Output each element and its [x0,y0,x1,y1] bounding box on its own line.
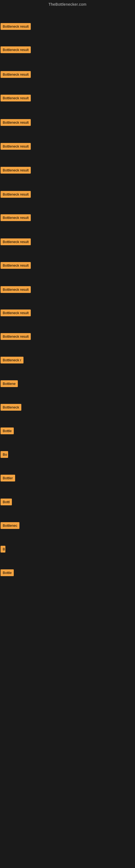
bottleneck-badge-9[interactable]: Bottleneck result [1,214,31,221]
bottleneck-badge-10[interactable]: Bottleneck result [1,239,31,245]
result-row-10[interactable]: Bottleneck result [1,239,31,246]
result-row-24[interactable]: Bottle [1,569,14,577]
bottleneck-badge-21[interactable]: Bottl [1,499,12,505]
bottleneck-badge-13[interactable]: Bottleneck result [1,310,31,316]
bottleneck-badge-5[interactable]: Bottleneck result [1,119,31,126]
bottleneck-badge-3[interactable]: Bottleneck result [1,71,31,78]
bottleneck-badge-4[interactable]: Bottleneck result [1,95,31,101]
bottleneck-badge-16[interactable]: Bottlene [1,380,18,387]
result-row-2[interactable]: Bottleneck result [1,46,31,54]
result-row-3[interactable]: Bottleneck result [1,71,31,79]
bottleneck-badge-22[interactable]: Bottlenec [1,522,19,529]
bottleneck-badge-6[interactable]: Bottleneck result [1,143,31,150]
result-row-11[interactable]: Bottleneck result [1,262,31,270]
bottleneck-badge-23[interactable]: B [1,546,5,553]
result-row-18[interactable]: Bottle [1,428,14,435]
results-container: Bottleneck resultBottleneck resultBottle… [0,8,135,868]
bottleneck-badge-18[interactable]: Bottle [1,428,14,434]
bottleneck-badge-1[interactable]: Bottleneck result [1,23,31,30]
bottleneck-badge-7[interactable]: Bottleneck result [1,167,31,174]
result-row-23[interactable]: B [1,546,5,554]
result-row-5[interactable]: Bottleneck result [1,119,31,127]
bottleneck-badge-14[interactable]: Bottleneck result [1,333,31,340]
result-row-1[interactable]: Bottleneck result [1,23,31,31]
bottleneck-badge-20[interactable]: Bottler [1,475,15,482]
bottleneck-badge-19[interactable]: Bo [1,451,8,458]
result-row-12[interactable]: Bottleneck result [1,286,31,294]
bottleneck-badge-11[interactable]: Bottleneck result [1,262,31,269]
bottleneck-badge-15[interactable]: Bottleneck r [1,357,24,364]
result-row-19[interactable]: Bo [1,451,8,459]
result-row-16[interactable]: Bottlene [1,380,18,388]
bottleneck-badge-2[interactable]: Bottleneck result [1,46,31,53]
result-row-21[interactable]: Bottl [1,499,12,506]
site-header: TheBottlenecker.com [0,0,135,8]
result-row-22[interactable]: Bottlenec [1,522,19,530]
site-title: TheBottlenecker.com [0,0,135,8]
bottleneck-badge-24[interactable]: Bottle [1,569,14,576]
result-row-17[interactable]: Bottleneck [1,404,21,412]
result-row-8[interactable]: Bottleneck result [1,191,31,199]
result-row-4[interactable]: Bottleneck result [1,95,31,102]
result-row-6[interactable]: Bottleneck result [1,143,31,151]
result-row-7[interactable]: Bottleneck result [1,167,31,175]
bottleneck-badge-8[interactable]: Bottleneck result [1,191,31,198]
result-row-15[interactable]: Bottleneck r [1,357,24,365]
bottleneck-badge-17[interactable]: Bottleneck [1,404,21,411]
result-row-20[interactable]: Bottler [1,475,15,483]
result-row-13[interactable]: Bottleneck result [1,310,31,317]
result-row-14[interactable]: Bottleneck result [1,333,31,341]
result-row-9[interactable]: Bottleneck result [1,214,31,222]
bottleneck-badge-12[interactable]: Bottleneck result [1,286,31,293]
